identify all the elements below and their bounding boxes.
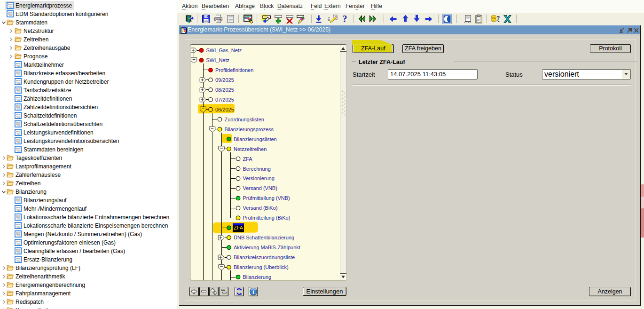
- svg-text:ZFA: ZFA: [243, 156, 252, 162]
- svg-text:Prüfmitteilung (BiKo): Prüfmitteilung (BiKo): [243, 215, 290, 221]
- svg-text:Berechnung: Berechnung: [243, 166, 270, 172]
- svg-text:ÜNB Schattenbilanzierung: ÜNB Schattenbilanzierung: [234, 235, 294, 240]
- svg-text:Prüfmitteilung (VNB): Prüfmitteilung (VNB): [243, 195, 290, 201]
- svg-text:Bilanzierungsprozess: Bilanzierungsprozess: [224, 127, 274, 132]
- svg-text:?: ?: [497, 15, 500, 21]
- svg-text:08/2025: 08/2025: [215, 87, 234, 93]
- svg-text:Versand (VNB): Versand (VNB): [243, 185, 277, 191]
- svg-text:09/2025: 09/2025: [215, 77, 234, 83]
- svg-text:SWI_Netz: SWI_Netz: [206, 57, 229, 63]
- svg-text:Versionierung: Versionierung: [243, 175, 274, 181]
- svg-text:Bilanzkreiszuordnungsliste: Bilanzkreiszuordnungsliste: [234, 254, 295, 260]
- svg-text:Zuordnungslisten: Zuordnungslisten: [224, 117, 264, 122]
- svg-text:?: ?: [343, 14, 347, 24]
- svg-text:Bilanzierung: Bilanzierung: [243, 274, 271, 280]
- svg-text:Bilanzierung (Überblick): Bilanzierung (Überblick): [234, 264, 289, 270]
- svg-text:Aktivierung MaBiS-Zählpunkt: Aktivierung MaBiS-Zählpunkt: [234, 245, 300, 250]
- svg-text:Profildefinitionen: Profildefinitionen: [215, 67, 253, 73]
- svg-text:Bilanzierungslisten: Bilanzierungslisten: [234, 136, 277, 142]
- svg-text:Netzzeitreihen: Netzzeitreihen: [234, 146, 267, 152]
- svg-text:Versand (BiKo): Versand (BiKo): [243, 205, 277, 211]
- svg-text:07/2025: 07/2025: [215, 97, 234, 103]
- svg-text:SWI_Gas_Netz: SWI_Gas_Netz: [206, 48, 242, 53]
